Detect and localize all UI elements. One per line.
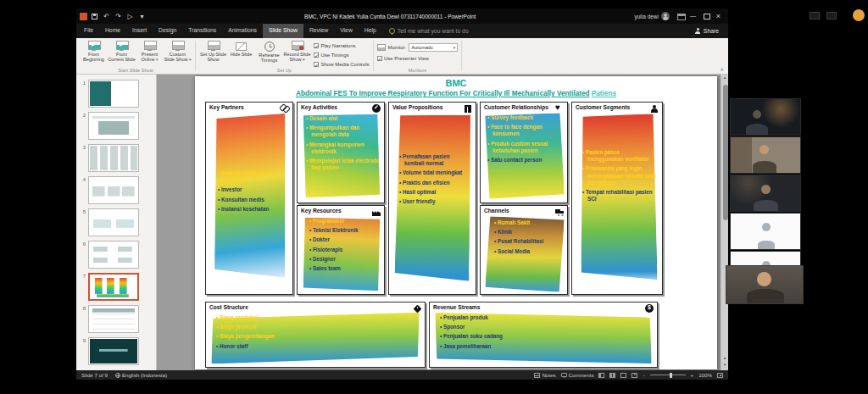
undo-icon[interactable]: ↶ [103, 13, 110, 20]
slide-subtitle[interactable]: Abdominal FES To Improve Respiratory Fun… [195, 90, 717, 97]
notes-icon [534, 373, 540, 378]
bullet-item: Satu contact person [487, 157, 564, 164]
checkbox-label: Use Timings [321, 53, 349, 58]
bmc-key-partners-card[interactable]: Key Partners Supplier komponen elektroni… [205, 102, 293, 295]
chevron-down-icon: ▾ [453, 45, 456, 50]
vertical-scrollbar[interactable]: ▲ ▲ ▼ [721, 75, 728, 370]
slide-title[interactable]: BMC [195, 78, 717, 88]
group-label: Set Up [196, 68, 373, 73]
customize-qat-icon[interactable]: ▾ [138, 13, 146, 20]
thumbnail-slide-5[interactable]: 5 [76, 208, 156, 236]
slide-number: 2 [76, 112, 88, 140]
scroll-up-arrow[interactable]: ▲ [721, 75, 728, 80]
thumbnail-slide-6[interactable]: 6 [76, 241, 156, 269]
bmc-cost-structure-card[interactable]: Cost Structure Biaya produksiBiaya promo… [205, 302, 426, 368]
collapse-ribbon-button[interactable]: ∧ [721, 66, 724, 72]
tab-review[interactable]: Review [303, 24, 334, 38]
next-slide-arrow[interactable]: ▼ [721, 363, 728, 367]
use-timings-checkbox[interactable]: Use Timings [314, 52, 370, 58]
participant-video-tile[interactable] [730, 136, 801, 174]
participant-video-tile[interactable] [726, 265, 804, 304]
zoom-in-button[interactable]: + [691, 372, 694, 378]
bullet-item: Tempat rehabilitasi pasien SCI [582, 189, 657, 203]
use-presenter-view-checkbox[interactable]: Use Presenter View [377, 55, 459, 62]
scrollbar-thumb[interactable] [723, 85, 728, 220]
from-beginning-button[interactable]: From Beginning [80, 40, 108, 63]
previous-slide-arrow[interactable]: ▲ [721, 356, 728, 360]
share-button[interactable]: Share [687, 24, 726, 38]
tab-home[interactable]: Home [99, 24, 126, 38]
ribbon-tab-bar: File Home Insert Design Transitions Anim… [76, 24, 728, 38]
section-title: Key Activities [301, 104, 337, 110]
tab-design[interactable]: Design [153, 24, 182, 38]
window-title: BMC, VPC Ni Kadek Yulia Cyntia Dewi 0731… [146, 14, 634, 19]
monitor-dropdown[interactable]: Automatic ▾ [409, 43, 458, 52]
zoom-out-button[interactable]: - [643, 372, 644, 378]
meeting-layout-icon[interactable] [826, 12, 837, 19]
tab-view[interactable]: View [334, 24, 359, 38]
tab-file[interactable]: File [78, 24, 99, 38]
minimize-button[interactable] [687, 10, 699, 22]
present-online-button[interactable]: Present Online [136, 40, 164, 63]
comments-button[interactable]: Comments [561, 372, 594, 378]
thumbnail-slide-9[interactable]: 9 [76, 337, 156, 365]
maximize-button[interactable] [699, 10, 712, 22]
notes-button[interactable]: Notes [534, 372, 555, 378]
slide-editing-area: BMC Abdominal FES To Improve Respiratory… [157, 75, 728, 370]
close-button[interactable] [712, 10, 725, 22]
normal-view-button[interactable] [598, 373, 604, 378]
bmc-key-resources-card[interactable]: Key Resources ProgrammerTeknisi Elektron… [297, 205, 385, 295]
language-selector[interactable]: English (Indonesia) [115, 372, 167, 378]
thumbnail-slide-3[interactable]: 3 [76, 144, 156, 172]
record-slide-show-button[interactable]: Record Slide Show [283, 40, 311, 63]
redo-icon[interactable]: ↷ [114, 13, 122, 20]
bmc-value-propositions-card[interactable]: Value Propositions Pernafasan pasien kem… [388, 102, 476, 295]
meeting-view-icon[interactable] [810, 12, 820, 19]
start-slideshow-icon[interactable]: ▷ [126, 13, 134, 20]
hide-slide-button[interactable]: Hide Slide [227, 40, 255, 57]
account-user[interactable]: yulia dewi [634, 12, 670, 20]
bullet-list: Penjualan produkSponsorPenjualan suku ca… [440, 314, 652, 352]
participant-video-tile[interactable] [730, 175, 801, 212]
show-media-controls-checkbox[interactable]: Show Media Controls [314, 61, 370, 68]
tab-insert[interactable]: Insert [126, 24, 153, 38]
tab-transitions[interactable]: Transitions [182, 24, 222, 38]
bmc-customer-segments-card[interactable]: Customer Segments Pasien pasca menggunak… [571, 102, 663, 295]
slide-6-preview [90, 242, 137, 267]
title-bar[interactable]: ↶ ↷ ▷ ▾ BMC, VPC Ni Kadek Yulia Cyntia D… [76, 8, 728, 24]
slideshow-view-button[interactable] [632, 373, 637, 378]
tab-slide-show[interactable]: Slide Show [263, 24, 303, 38]
bmc-channels-card[interactable]: Channels Rumah SakitKlinikPusat Rehabili… [480, 205, 568, 295]
slide-sorter-view-button[interactable] [609, 373, 615, 378]
tab-help[interactable]: Help [359, 24, 382, 38]
thumbnail-slide-8[interactable]: 8 [76, 305, 156, 333]
play-narrations-checkbox[interactable]: Play Narrations [314, 42, 370, 49]
zoom-level[interactable]: 100% [698, 372, 712, 378]
bmc-revenue-streams-card[interactable]: Revenue Streams Penjualan produkSponsorP… [429, 302, 658, 368]
thumbnail-slide-1[interactable]: 1 [76, 80, 156, 108]
save-icon[interactable] [91, 13, 98, 20]
section-title: Customer Segments [576, 104, 630, 110]
rehearse-timings-button[interactable]: Rehearse Timings [255, 40, 283, 64]
zoom-slider[interactable] [650, 375, 686, 375]
tab-animations[interactable]: Animations [222, 24, 263, 38]
participant-avatar-placeholder[interactable] [730, 213, 801, 250]
set-up-slide-show-button[interactable]: Set Up Slide Show [199, 40, 227, 63]
thumbnail-slide-4[interactable]: 4 [76, 176, 156, 204]
fit-to-window-button[interactable] [717, 373, 723, 378]
zoom-slider-thumb[interactable] [670, 373, 672, 378]
bmc-key-activities-card[interactable]: Key Activities Desain alatMengumpulkan d… [297, 102, 385, 203]
custom-slide-show-button[interactable]: Custom Slide Show [164, 40, 192, 63]
participant-video-tile[interactable] [730, 98, 801, 136]
from-current-slide-button[interactable]: From Current Slide [108, 40, 136, 63]
meeting-record-button[interactable] [853, 9, 865, 21]
ribbon-display-options-button[interactable] [674, 10, 687, 22]
thumbnail-slide-7-selected[interactable]: 7 [76, 273, 156, 301]
slide-canvas[interactable]: BMC Abdominal FES To Improve Respiratory… [195, 76, 717, 369]
tell-me-box[interactable]: Tell me what you want to do [382, 24, 476, 38]
reading-view-button[interactable] [620, 373, 626, 378]
group-start-slide-show: From Beginning From Current Slide Presen… [76, 38, 195, 74]
thumbnail-slide-2[interactable]: 2 [76, 112, 156, 140]
dollar-icon [645, 304, 654, 313]
bmc-customer-relationships-card[interactable]: Customer Relationships Survey feedbackFa… [480, 102, 568, 203]
